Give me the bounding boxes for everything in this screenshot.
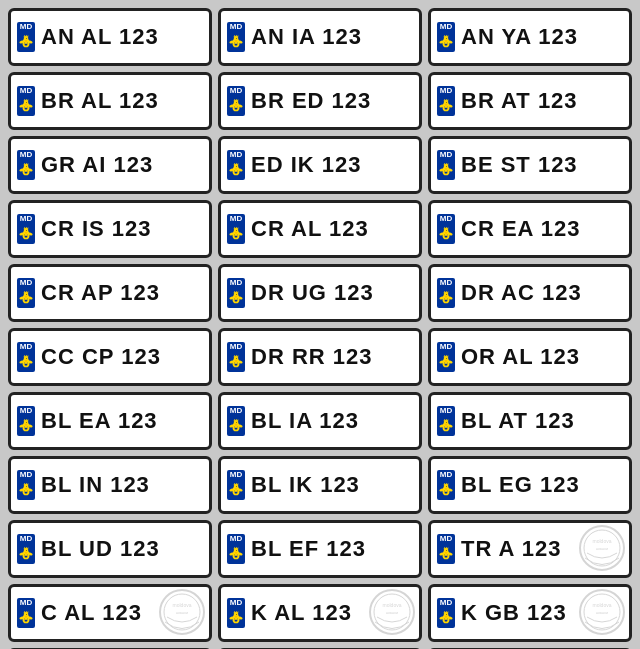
svg-rect-336 xyxy=(235,490,238,492)
moldova-emblem xyxy=(17,96,35,116)
country-code: MD xyxy=(17,598,35,608)
plate-text: CR IS 123 xyxy=(41,216,152,242)
svg-point-23 xyxy=(236,38,237,39)
svg-rect-54 xyxy=(24,100,28,101)
svg-rect-186 xyxy=(25,298,28,300)
svg-rect-201 xyxy=(235,298,238,300)
svg-text:шашки: шашки xyxy=(176,610,189,615)
svg-rect-9 xyxy=(24,36,28,37)
svg-rect-294 xyxy=(234,420,238,421)
svg-rect-174 xyxy=(444,228,448,229)
svg-rect-384 xyxy=(234,548,238,549)
plate-text: K GB 123 xyxy=(461,600,567,626)
svg-text:шашки: шашки xyxy=(386,610,399,615)
moldova-emblem xyxy=(227,352,245,372)
plate-text: CR AL 123 xyxy=(251,216,369,242)
plate-text: BL UD 123 xyxy=(41,536,160,562)
moldova-emblem xyxy=(17,480,35,500)
svg-point-8 xyxy=(26,38,27,39)
svg-point-278 xyxy=(26,422,27,423)
plate-text: BL IN 123 xyxy=(41,472,150,498)
moldova-emblem xyxy=(227,32,245,52)
svg-rect-111 xyxy=(235,170,238,172)
plate-text: AN YA 123 xyxy=(461,24,578,50)
plate-text: BR AL 123 xyxy=(41,88,159,114)
plate-badge: MD xyxy=(15,141,37,189)
plate-text: GR AI 123 xyxy=(41,152,153,178)
license-plate: MD BE ST 123 xyxy=(428,136,632,194)
plate-badge: MD xyxy=(225,141,247,189)
plate-text: CR EA 123 xyxy=(461,216,580,242)
plate-badge: MD xyxy=(15,77,37,125)
svg-rect-415 xyxy=(25,618,28,620)
svg-rect-246 xyxy=(235,362,238,364)
plate-text: BR AT 123 xyxy=(461,88,578,114)
plate-badge: MD xyxy=(15,13,37,61)
svg-rect-231 xyxy=(25,362,28,364)
plate-text: K AL 123 xyxy=(251,600,352,626)
svg-rect-144 xyxy=(24,228,28,229)
svg-rect-204 xyxy=(234,292,238,293)
moldova-emblem xyxy=(437,544,455,564)
moldova-emblem xyxy=(17,32,35,52)
country-code: MD xyxy=(437,278,455,288)
country-code: MD xyxy=(17,470,35,480)
svg-rect-351 xyxy=(445,490,448,492)
plate-text: BL AT 123 xyxy=(461,408,575,434)
country-code: MD xyxy=(437,534,455,544)
country-code: MD xyxy=(437,86,455,96)
country-code: MD xyxy=(437,342,455,352)
license-plate: MD BR AT 123 xyxy=(428,72,632,130)
plate-badge: MD xyxy=(225,333,247,381)
svg-rect-261 xyxy=(445,362,448,364)
svg-point-203 xyxy=(236,294,237,295)
svg-point-83 xyxy=(446,102,447,103)
plate-text: DR AC 123 xyxy=(461,280,582,306)
license-plate: MD BL EG 123 xyxy=(428,456,632,514)
plate-badge: MD xyxy=(225,269,247,317)
license-plate: MD BL IA 123 xyxy=(218,392,422,450)
svg-point-425 xyxy=(164,594,200,630)
svg-rect-69 xyxy=(234,100,238,101)
license-plate: MD AN AL 123 xyxy=(8,8,212,66)
plate-text: BL EF 123 xyxy=(251,536,366,562)
moldova-emblem xyxy=(227,160,245,180)
plate-text: BE ST 123 xyxy=(461,152,578,178)
license-plate: MD K AL 123 moldova шашки xyxy=(218,584,422,642)
country-code: MD xyxy=(437,598,455,608)
svg-rect-309 xyxy=(444,420,448,421)
plate-badge: MD xyxy=(435,141,457,189)
license-plate: MD C AL 123 moldova шашки xyxy=(8,584,212,642)
plate-text: AN IA 123 xyxy=(251,24,362,50)
svg-rect-418 xyxy=(24,612,28,613)
plate-badge: MD xyxy=(435,77,457,125)
svg-rect-399 xyxy=(444,548,448,549)
watermark: moldova шашки xyxy=(577,587,627,637)
plate-text: DR UG 123 xyxy=(251,280,374,306)
license-plate: MD CR AP 123 xyxy=(8,264,212,322)
license-plate: MD TR A 123 moldova шашки xyxy=(428,520,632,578)
svg-rect-264 xyxy=(444,356,448,357)
moldova-emblem xyxy=(17,288,35,308)
svg-point-173 xyxy=(446,230,447,231)
moldova-emblem xyxy=(17,608,35,628)
plate-badge: MD xyxy=(435,397,457,445)
plate-badge: MD xyxy=(435,333,457,381)
license-plate: MD AN YA 123 xyxy=(428,8,632,66)
plate-text: OR AL 123 xyxy=(461,344,580,370)
svg-point-462 xyxy=(580,590,624,634)
moldova-emblem xyxy=(227,96,245,116)
svg-point-233 xyxy=(26,358,27,359)
svg-rect-36 xyxy=(445,42,448,44)
license-plate: MD BL UD 123 xyxy=(8,520,212,578)
watermark: moldova шашки xyxy=(577,523,627,573)
svg-point-424 xyxy=(160,590,204,634)
license-plate: MD OR AL 123 xyxy=(428,328,632,386)
svg-point-398 xyxy=(446,550,447,551)
country-code: MD xyxy=(437,214,455,224)
svg-rect-456 xyxy=(444,612,448,613)
country-code: MD xyxy=(227,406,245,416)
svg-point-405 xyxy=(580,526,624,570)
moldova-emblem xyxy=(437,608,455,628)
svg-rect-129 xyxy=(444,164,448,165)
